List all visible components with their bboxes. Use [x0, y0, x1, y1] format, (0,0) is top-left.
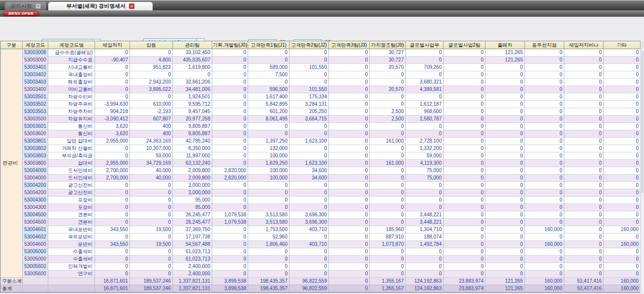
table-row[interactable]: 53003000지급수수료-90,4074,800435,035,6070000…	[23, 57, 641, 64]
value-cell: 0	[525, 175, 564, 182]
table-row[interactable]: 53003800접대비2,955,00034,729,16963,132,240…	[23, 160, 641, 167]
account-name-cell: 수출제비	[48, 256, 95, 263]
value-cell: 1,492,784	[406, 241, 444, 248]
table-row[interactable]: 53004602국외운반비0017,197,738052,96000887,91…	[23, 234, 641, 241]
tab-notice[interactable]: 공지사항 ×	[5, 2, 46, 10]
value-cell: 2,700,000	[95, 175, 130, 182]
vertical-scrollbar[interactable]	[640, 49, 644, 293]
table-row[interactable]: 53003501차량수리비001,924,50101,617,400175,33…	[23, 93, 641, 101]
value-cell: 0	[370, 152, 406, 160]
value-cell: 9,805,887	[173, 130, 212, 138]
table-row[interactable]: 53005000수출제비0061,023,71300000000000	[23, 256, 641, 263]
value-cell: 0	[444, 204, 485, 211]
value-cell: 0	[485, 234, 525, 241]
table-row[interactable]: 53003503차량주차비904,218-2,1939,457,0450601,…	[23, 108, 641, 116]
close-icon[interactable]: ×	[35, 3, 41, 9]
value-cell: 0	[564, 57, 604, 64]
value-cell: 0	[604, 256, 641, 263]
account-code-cell: 53003403	[23, 79, 48, 86]
value-cell: 0	[212, 71, 248, 79]
table-row[interactable]: 53004500견본비0026,245,4771,079,5383,513,58…	[23, 211, 641, 219]
value-cell: 1,079,538	[212, 211, 248, 219]
table-row[interactable]: 53004200광고선전비003,000,00000000000000	[23, 189, 641, 197]
column-header: 고객만족2팀(J2)	[290, 41, 329, 49]
column-header: 계정코드	[23, 41, 48, 49]
value-cell: 1,623,100	[290, 160, 329, 167]
value-cell: 0	[604, 167, 641, 175]
value-cell: 0	[444, 93, 485, 101]
value-cell: 0	[444, 175, 485, 182]
tab-expense-report[interactable]: 부서별(세목) 경비명세서 ×	[48, 2, 153, 10]
value-cell: 42,785,240	[173, 138, 212, 145]
table-row[interactable]: 53003402국내출장비00007,500000000000	[23, 71, 641, 79]
value-cell: 10,307,000	[130, 145, 173, 152]
table-row[interactable]: 53004000도서인쇄비2,700,00040,0002,009,8002,8…	[23, 167, 641, 175]
table-row[interactable]: 53004300포장비0095,00000000000000	[23, 204, 641, 211]
table-row[interactable]: 53003008급수수료(클레임)0033,102,450000030,7270…	[23, 49, 641, 57]
table-row[interactable]: 53005602인력개발비002,400,00000000000000	[23, 263, 641, 270]
value-cell: 0	[370, 204, 406, 211]
value-cell: 0	[212, 57, 248, 64]
table-row[interactable]: 53003601통신비3,6204009,805,88700000000000	[23, 123, 641, 130]
value-cell: 0	[485, 130, 525, 138]
value-cell: 0	[290, 270, 329, 278]
close-icon[interactable]: ×	[129, 3, 134, 9]
table-row[interactable]: 53003401시내교통비0951,8221,619,8000589,00010…	[23, 64, 641, 71]
value-cell: 189,537,246	[130, 285, 173, 293]
value-cell: 0	[444, 64, 485, 71]
table-row[interactable]: 53004000도서인쇄비2,700,00040,0002,009,8002,8…	[23, 175, 641, 182]
value-cell: 0	[444, 101, 485, 108]
table-row[interactable]: 53003802거래처 선물비010,307,0008,350,0000132,…	[23, 145, 641, 152]
value-cell: 0	[173, 71, 212, 79]
account-code-cell: 53003803	[23, 152, 48, 160]
value-cell: 0	[604, 211, 641, 219]
value-cell: 0	[130, 189, 173, 197]
account-code-cell: 53003500	[23, 116, 48, 123]
table-row[interactable]: 53003502차량주유비-3,994,630610,0009,595,7120…	[23, 101, 641, 108]
value-cell: 0	[130, 256, 173, 263]
table-row[interactable]: 53005000수출제비0061,023,71300000000000	[23, 248, 641, 256]
value-cell: 1,612,187	[406, 101, 444, 108]
account-name-cell: 견본비	[48, 211, 95, 219]
table-row[interactable]: 53005600연구비002,400,00000000000000	[23, 270, 641, 278]
value-cell: 0	[604, 234, 641, 241]
table-row[interactable]: 53004601국내운반비343,55019,50037,369,75001,7…	[23, 226, 641, 234]
value-cell: 0	[212, 241, 248, 248]
value-cell: 0	[604, 152, 641, 160]
value-cell: 0	[444, 189, 485, 197]
value-cell: 23,883,974	[444, 278, 485, 285]
table-row[interactable]: 53003801일반 접대비2,955,00024,363,16942,785,…	[23, 138, 641, 145]
table-row[interactable]: 53004200광고선전비003,000,00000000000000	[23, 182, 641, 189]
value-cell: 0	[290, 204, 329, 211]
value-cell: 0	[525, 189, 564, 197]
value-cell: 0	[525, 93, 564, 101]
table-row[interactable]: 53003403해외출장비02,943,20032,861,206000003,…	[23, 79, 641, 86]
value-cell: 343,550	[95, 226, 130, 234]
value-cell: 2,009,800	[173, 167, 212, 175]
table-row[interactable]: 53004300포장비0095,00000000000000	[23, 197, 641, 204]
value-cell: 19,500	[130, 241, 173, 248]
table-row[interactable]: 53004600운반비343,55019,50054,567,48801,806…	[23, 241, 641, 248]
table-row[interactable]: 53004500견본비0026,245,4771,079,5383,513,58…	[23, 219, 641, 226]
value-cell: 160,000	[525, 226, 564, 234]
table-row[interactable]: 53003803부의금/축의금059,00011,997,0000100,000…	[23, 152, 641, 160]
value-cell: 0	[212, 138, 248, 145]
value-cell: 0	[604, 116, 641, 123]
value-cell: 0	[329, 101, 370, 108]
value-cell: 0	[329, 71, 370, 79]
value-cell: 20,570	[370, 64, 406, 71]
scrollbar-thumb[interactable]	[641, 51, 644, 193]
value-cell: 0	[525, 256, 564, 263]
value-cell: 0	[329, 182, 370, 189]
menu-open-button[interactable]: MENU OPEN	[3, 11, 39, 16]
table-row[interactable]: 53003400여비교통비03,895,02234,481,0060596,50…	[23, 86, 641, 93]
value-cell: 0	[212, 93, 248, 101]
value-cell: 2,820,000	[212, 167, 248, 175]
table-row[interactable]: 53003600통신비3,6204009,805,88700000000000	[23, 130, 641, 138]
value-cell: 0	[212, 197, 248, 204]
value-cell: 0	[329, 138, 370, 145]
value-cell: 610,000	[130, 101, 173, 108]
value-cell: 2,820,000	[212, 175, 248, 182]
table-row[interactable]: 53003500차량유지비-3,090,412607,80720,977,258…	[23, 116, 641, 123]
value-cell: 0	[485, 167, 525, 175]
